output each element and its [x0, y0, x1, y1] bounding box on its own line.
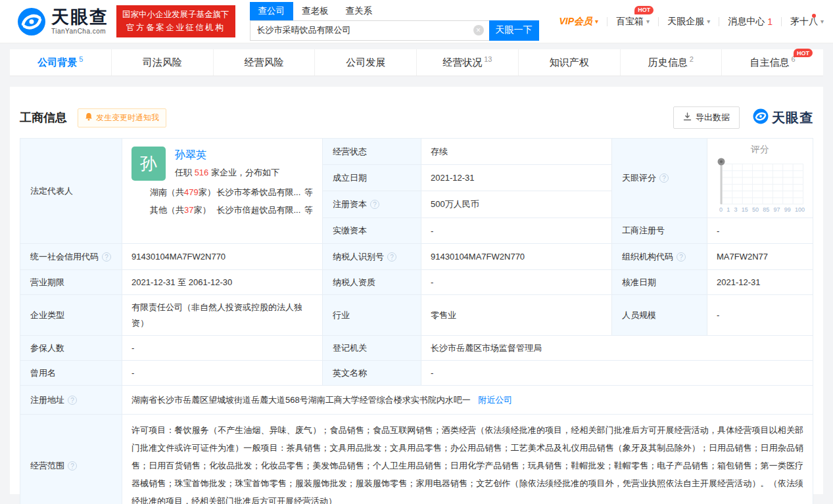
tianyancha-logo[interactable]: 天眼查 TianYanCha.com	[17, 7, 108, 36]
field-value-registration-number: -	[707, 218, 813, 244]
clear-icon[interactable]: ×	[473, 25, 484, 35]
field-value-taxpayer-quality: -	[421, 270, 612, 295]
tab-intellectual-property[interactable]: 知识产权	[518, 49, 620, 76]
field-label-company-type: 企业类型	[20, 295, 122, 336]
field-label-industry: 行业	[323, 295, 421, 336]
notification-dot	[812, 14, 816, 18]
tab-count: 5	[79, 55, 83, 63]
download-icon	[683, 112, 692, 123]
help-icon[interactable]: ?	[659, 173, 669, 183]
business-info-table: 法定代表人 孙 孙翠英 任职 516 家企业，分布如下 湖南（共479家） 长	[20, 138, 813, 504]
bell-icon	[85, 112, 93, 123]
field-label-business-scope: 经营范围 ?	[20, 415, 122, 504]
tab-operating-status[interactable]: 经营状况 13	[416, 49, 518, 76]
tab-company-background[interactable]: 公司背景 5	[10, 49, 111, 76]
field-label-taxpayer-quality: 纳税人资质	[323, 270, 421, 295]
export-data-button[interactable]: 导出数据	[673, 106, 740, 129]
chevron-down-icon: ▾	[646, 18, 650, 25]
field-label-registered-address: 注册地址 ?	[20, 386, 122, 415]
field-value-former-name: -	[122, 361, 323, 386]
help-icon[interactable]: ?	[370, 200, 379, 209]
related-company-link[interactable]: 长沙市倍超饮品有限...	[216, 204, 304, 216]
score-axis-ticks: 0131550859799100	[715, 206, 805, 213]
help-icon[interactable]: ?	[68, 461, 77, 470]
divider	[719, 17, 719, 26]
avatar[interactable]: 孙	[131, 147, 166, 181]
field-label-tianyan-score: 天眼评分 ?	[612, 139, 707, 218]
search-tab-relation[interactable]: 查关系	[337, 2, 381, 20]
field-label-insured-count: 参保人数	[20, 336, 122, 361]
user-menu[interactable]: 茅十八 ▾	[790, 16, 824, 28]
search-tabs: 查公司 查老板 查关系	[250, 3, 539, 20]
help-icon[interactable]: ?	[102, 252, 111, 262]
field-value-paid-in-capital: -	[421, 218, 612, 244]
tab-operating-risk[interactable]: 经营风险	[213, 49, 315, 76]
distribution-row: 其他（共37家） 长沙市倍超饮品有限... 等	[131, 204, 313, 216]
help-icon[interactable]: ?	[677, 252, 686, 262]
score-grid	[722, 164, 803, 204]
brand-domain: TianYanCha.com	[51, 28, 108, 35]
field-value-industry: 零售业	[421, 295, 612, 336]
gov-certification-badge: 国家中小企业发展子基金旗下 官方备案企业征信机构	[116, 5, 235, 37]
top-menu: VIP会员 ▾ HOT 百宝箱 ▾ 天眼企服 ▾ 消息中心 1 茅十八 ▾	[559, 16, 824, 28]
company-nav-tabs: 公司背景 5 司法风险 经营风险 公司发展 经营状况 13 知识产权 历史信息 …	[10, 49, 823, 76]
field-label-business-term: 营业期限	[20, 270, 122, 295]
field-value-registered-capital: 500万人民币	[421, 191, 612, 218]
notify-on-change-button[interactable]: 发生变更时通知我	[78, 108, 166, 127]
tab-company-development[interactable]: 公司发展	[314, 49, 416, 76]
tianyancha-swirl-icon	[17, 7, 46, 36]
tianyancha-watermark-logo: 天眼查	[753, 108, 813, 127]
business-info-panel: 工商信息 发生变更时通知我 导出数据	[10, 87, 823, 494]
field-label-paid-in-capital: 实缴资本	[323, 218, 421, 244]
enterprise-service-menu[interactable]: 天眼企服 ▾	[667, 16, 710, 28]
nearby-companies-link[interactable]: 附近公司	[478, 395, 512, 405]
divider	[781, 17, 782, 26]
field-value-registry-authority: 长沙市岳麓区市场监督管理局	[421, 336, 813, 361]
search-input[interactable]	[250, 20, 489, 41]
tianyan-score-chart[interactable]: 评分 0131550859799100	[707, 139, 813, 218]
field-label-credit-code: 统一社会信用代码 ?	[20, 244, 122, 270]
field-value-approval-date: 2021-12-31	[707, 270, 813, 295]
message-center-menu[interactable]: 消息中心 1	[728, 16, 773, 28]
field-label-org-code: 组织机构代码 ?	[612, 244, 707, 270]
search-button[interactable]: 天眼一下	[489, 20, 539, 41]
search-block: 查公司 查老板 查关系 × 天眼一下	[250, 3, 539, 41]
field-label-registry-authority: 登记机关	[323, 336, 421, 361]
vip-menu[interactable]: VIP会员 ▾	[559, 16, 599, 28]
search-tab-company[interactable]: 查公司	[250, 2, 294, 20]
field-label-legal-representative: 法定代表人	[20, 139, 122, 244]
search-tab-boss[interactable]: 查老板	[293, 2, 337, 20]
field-value-insured-count: -	[122, 336, 323, 361]
tianyancha-swirl-icon	[753, 108, 769, 127]
field-label-english-name: 英文名称	[323, 361, 421, 386]
chevron-down-icon: ▾	[595, 18, 598, 25]
hot-badge: HOT	[634, 6, 654, 14]
tab-self-published-info[interactable]: 自主信息 6 HOT	[721, 49, 823, 76]
related-company-link[interactable]: 长沙市芩希饮品有限...	[216, 187, 304, 198]
hot-badge: HOT	[794, 49, 813, 57]
top-header: 天眼查 TianYanCha.com 国家中小企业发展子基金旗下 官方备案企业征…	[0, 0, 833, 43]
field-label-staff-size: 人员规模	[612, 295, 707, 336]
help-icon[interactable]: ?	[387, 252, 396, 262]
tenure-count: 516	[195, 168, 209, 177]
field-value-business-scope: 许可项目：餐饮服务（不产生油烟、异味、废气）；食品销售；食品互联网销售；酒类经营…	[122, 415, 813, 504]
help-icon[interactable]: ?	[68, 396, 77, 405]
chevron-down-icon: ▾	[821, 18, 824, 25]
field-label-registration-number: 工商注册号	[612, 218, 707, 244]
chevron-down-icon: ▾	[707, 18, 710, 25]
field-label-taxpayer-id: 纳税人识别号 ?	[323, 244, 421, 270]
message-count-badge: 1	[767, 16, 773, 27]
divider	[658, 17, 659, 26]
brand-name: 天眼查	[51, 9, 108, 26]
field-value-staff-size: -	[707, 295, 813, 336]
field-label-former-name: 曾用名	[20, 361, 122, 386]
field-label-establish-date: 成立日期	[323, 165, 421, 191]
score-pin-icon	[717, 157, 726, 206]
tab-history-info[interactable]: 历史信息 2	[620, 49, 722, 76]
field-value-company-type: 有限责任公司（非自然人投资或控股的法人独资）	[122, 295, 323, 336]
distribution-row: 湖南（共479家） 长沙市芩希饮品有限... 等	[131, 187, 313, 198]
toolbox-menu[interactable]: HOT 百宝箱 ▾	[616, 16, 650, 28]
section-title: 工商信息	[20, 110, 67, 126]
legal-rep-name-link[interactable]: 孙翠英	[175, 149, 279, 162]
tab-judicial-risk[interactable]: 司法风险	[111, 49, 213, 76]
